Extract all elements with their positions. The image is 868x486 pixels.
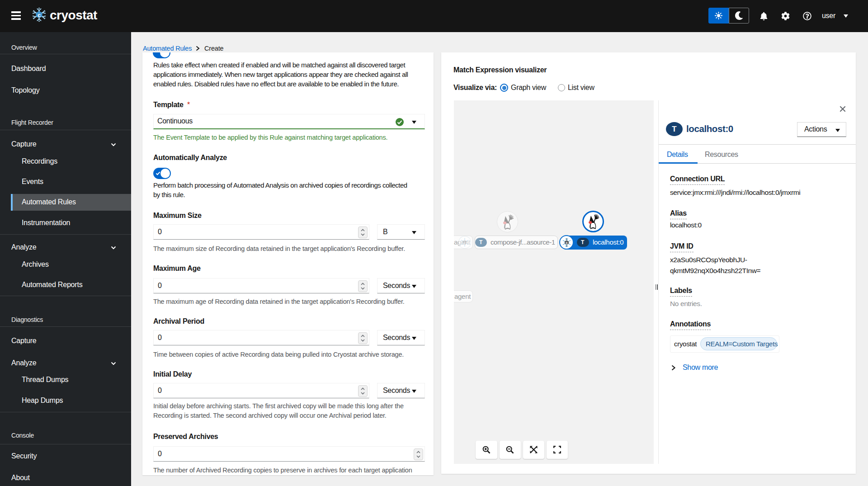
svg-text:c: c	[38, 12, 41, 19]
svg-text:c: c	[566, 241, 568, 245]
svg-text:c: c	[464, 241, 466, 245]
